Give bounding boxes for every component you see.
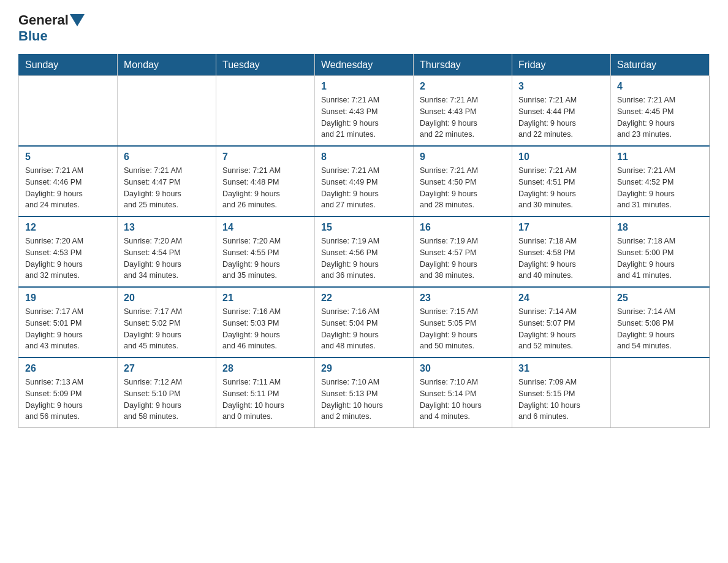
day-info: Sunrise: 7:19 AM Sunset: 4:56 PM Dayligh… <box>321 236 407 282</box>
calendar-cell: 28Sunrise: 7:11 AM Sunset: 5:11 PM Dayli… <box>216 358 315 428</box>
calendar-cell <box>216 76 315 147</box>
day-info: Sunrise: 7:18 AM Sunset: 4:58 PM Dayligh… <box>518 236 604 282</box>
day-number: 31 <box>518 363 604 374</box>
day-number: 12 <box>25 222 111 233</box>
day-info: Sunrise: 7:16 AM Sunset: 5:04 PM Dayligh… <box>321 306 407 352</box>
calendar-cell: 29Sunrise: 7:10 AM Sunset: 5:13 PM Dayli… <box>315 358 414 428</box>
day-info: Sunrise: 7:13 AM Sunset: 5:09 PM Dayligh… <box>25 377 111 423</box>
calendar-week-row: 1Sunrise: 7:21 AM Sunset: 4:43 PM Daylig… <box>19 76 710 147</box>
day-info: Sunrise: 7:21 AM Sunset: 4:48 PM Dayligh… <box>222 165 308 211</box>
day-number: 23 <box>420 293 506 304</box>
calendar-cell: 16Sunrise: 7:19 AM Sunset: 4:57 PM Dayli… <box>414 216 512 287</box>
logo-blue-text: Blue <box>18 28 48 44</box>
calendar-cell: 26Sunrise: 7:13 AM Sunset: 5:09 PM Dayli… <box>19 358 118 428</box>
day-info: Sunrise: 7:18 AM Sunset: 5:00 PM Dayligh… <box>617 236 703 282</box>
day-number: 11 <box>617 151 703 163</box>
calendar-cell: 27Sunrise: 7:12 AM Sunset: 5:10 PM Dayli… <box>118 358 216 428</box>
calendar-cell: 2Sunrise: 7:21 AM Sunset: 4:43 PM Daylig… <box>414 76 512 147</box>
day-number: 7 <box>222 151 308 163</box>
calendar-cell: 10Sunrise: 7:21 AM Sunset: 4:51 PM Dayli… <box>512 146 611 216</box>
calendar-cell: 14Sunrise: 7:20 AM Sunset: 4:55 PM Dayli… <box>216 216 315 287</box>
calendar-cell: 9Sunrise: 7:21 AM Sunset: 4:50 PM Daylig… <box>414 146 512 216</box>
day-number: 29 <box>321 363 407 374</box>
day-info: Sunrise: 7:09 AM Sunset: 5:15 PM Dayligh… <box>518 377 604 423</box>
calendar-cell: 4Sunrise: 7:21 AM Sunset: 4:45 PM Daylig… <box>611 76 710 147</box>
weekday-header-saturday: Saturday <box>611 55 710 76</box>
calendar-week-row: 12Sunrise: 7:20 AM Sunset: 4:53 PM Dayli… <box>19 216 710 287</box>
weekday-header-thursday: Thursday <box>414 55 512 76</box>
calendar-cell <box>19 76 118 147</box>
calendar-cell: 3Sunrise: 7:21 AM Sunset: 4:44 PM Daylig… <box>512 76 611 147</box>
day-info: Sunrise: 7:17 AM Sunset: 5:02 PM Dayligh… <box>124 306 210 352</box>
day-info: Sunrise: 7:16 AM Sunset: 5:03 PM Dayligh… <box>222 306 308 352</box>
calendar-cell: 15Sunrise: 7:19 AM Sunset: 4:56 PM Dayli… <box>315 216 414 287</box>
day-info: Sunrise: 7:14 AM Sunset: 5:07 PM Dayligh… <box>518 306 604 352</box>
day-number: 19 <box>25 293 111 304</box>
day-info: Sunrise: 7:21 AM Sunset: 4:46 PM Dayligh… <box>25 165 111 211</box>
calendar-cell: 1Sunrise: 7:21 AM Sunset: 4:43 PM Daylig… <box>315 76 414 147</box>
weekday-header-wednesday: Wednesday <box>315 55 414 76</box>
day-info: Sunrise: 7:11 AM Sunset: 5:11 PM Dayligh… <box>222 377 308 423</box>
logo-triangle-icon <box>70 14 85 26</box>
day-info: Sunrise: 7:21 AM Sunset: 4:43 PM Dayligh… <box>420 94 506 140</box>
day-info: Sunrise: 7:14 AM Sunset: 5:08 PM Dayligh… <box>617 306 703 352</box>
day-number: 1 <box>321 81 407 92</box>
calendar-cell: 19Sunrise: 7:17 AM Sunset: 5:01 PM Dayli… <box>19 287 118 358</box>
day-info: Sunrise: 7:10 AM Sunset: 5:13 PM Dayligh… <box>321 377 407 423</box>
day-info: Sunrise: 7:21 AM Sunset: 4:43 PM Dayligh… <box>321 94 407 140</box>
weekday-header-monday: Monday <box>118 55 216 76</box>
day-number: 27 <box>124 363 210 374</box>
day-number: 17 <box>518 222 604 233</box>
day-info: Sunrise: 7:21 AM Sunset: 4:45 PM Dayligh… <box>617 94 703 140</box>
calendar-week-row: 19Sunrise: 7:17 AM Sunset: 5:01 PM Dayli… <box>19 287 710 358</box>
weekday-header-tuesday: Tuesday <box>216 55 315 76</box>
calendar-cell: 31Sunrise: 7:09 AM Sunset: 5:15 PM Dayli… <box>512 358 611 428</box>
calendar-cell: 22Sunrise: 7:16 AM Sunset: 5:04 PM Dayli… <box>315 287 414 358</box>
page-header: General Blue <box>18 12 710 44</box>
day-info: Sunrise: 7:20 AM Sunset: 4:53 PM Dayligh… <box>25 236 111 282</box>
calendar-cell: 6Sunrise: 7:21 AM Sunset: 4:47 PM Daylig… <box>118 146 216 216</box>
calendar-cell: 11Sunrise: 7:21 AM Sunset: 4:52 PM Dayli… <box>611 146 710 216</box>
day-number: 9 <box>420 151 506 163</box>
day-info: Sunrise: 7:19 AM Sunset: 4:57 PM Dayligh… <box>420 236 506 282</box>
day-number: 4 <box>617 81 703 92</box>
day-number: 16 <box>420 222 506 233</box>
calendar-cell: 23Sunrise: 7:15 AM Sunset: 5:05 PM Dayli… <box>414 287 512 358</box>
day-info: Sunrise: 7:20 AM Sunset: 4:55 PM Dayligh… <box>222 236 308 282</box>
day-number: 2 <box>420 81 506 92</box>
day-info: Sunrise: 7:12 AM Sunset: 5:10 PM Dayligh… <box>124 377 210 423</box>
calendar-cell: 21Sunrise: 7:16 AM Sunset: 5:03 PM Dayli… <box>216 287 315 358</box>
day-info: Sunrise: 7:15 AM Sunset: 5:05 PM Dayligh… <box>420 306 506 352</box>
day-number: 6 <box>124 151 210 163</box>
calendar-table: SundayMondayTuesdayWednesdayThursdayFrid… <box>18 54 710 428</box>
day-info: Sunrise: 7:21 AM Sunset: 4:49 PM Dayligh… <box>321 165 407 211</box>
day-info: Sunrise: 7:17 AM Sunset: 5:01 PM Dayligh… <box>25 306 111 352</box>
calendar-cell <box>611 358 710 428</box>
calendar-cell: 18Sunrise: 7:18 AM Sunset: 5:00 PM Dayli… <box>611 216 710 287</box>
calendar-cell: 5Sunrise: 7:21 AM Sunset: 4:46 PM Daylig… <box>19 146 118 216</box>
day-info: Sunrise: 7:21 AM Sunset: 4:47 PM Dayligh… <box>124 165 210 211</box>
day-number: 21 <box>222 293 308 304</box>
calendar-week-row: 5Sunrise: 7:21 AM Sunset: 4:46 PM Daylig… <box>19 146 710 216</box>
day-number: 20 <box>124 293 210 304</box>
calendar-cell <box>118 76 216 147</box>
calendar-cell: 8Sunrise: 7:21 AM Sunset: 4:49 PM Daylig… <box>315 146 414 216</box>
day-info: Sunrise: 7:21 AM Sunset: 4:44 PM Dayligh… <box>518 94 604 140</box>
day-number: 14 <box>222 222 308 233</box>
calendar-cell: 17Sunrise: 7:18 AM Sunset: 4:58 PM Dayli… <box>512 216 611 287</box>
day-info: Sunrise: 7:21 AM Sunset: 4:51 PM Dayligh… <box>518 165 604 211</box>
logo: General Blue <box>18 12 86 44</box>
calendar-cell: 24Sunrise: 7:14 AM Sunset: 5:07 PM Dayli… <box>512 287 611 358</box>
day-number: 26 <box>25 363 111 374</box>
weekday-header-row: SundayMondayTuesdayWednesdayThursdayFrid… <box>19 55 710 76</box>
calendar-week-row: 26Sunrise: 7:13 AM Sunset: 5:09 PM Dayli… <box>19 358 710 428</box>
day-number: 13 <box>124 222 210 233</box>
logo-general-text: General <box>18 12 69 28</box>
day-number: 25 <box>617 293 703 304</box>
weekday-header-friday: Friday <box>512 55 611 76</box>
day-number: 15 <box>321 222 407 233</box>
calendar-cell: 12Sunrise: 7:20 AM Sunset: 4:53 PM Dayli… <box>19 216 118 287</box>
calendar-cell: 30Sunrise: 7:10 AM Sunset: 5:14 PM Dayli… <box>414 358 512 428</box>
weekday-header-sunday: Sunday <box>19 55 118 76</box>
calendar-cell: 7Sunrise: 7:21 AM Sunset: 4:48 PM Daylig… <box>216 146 315 216</box>
